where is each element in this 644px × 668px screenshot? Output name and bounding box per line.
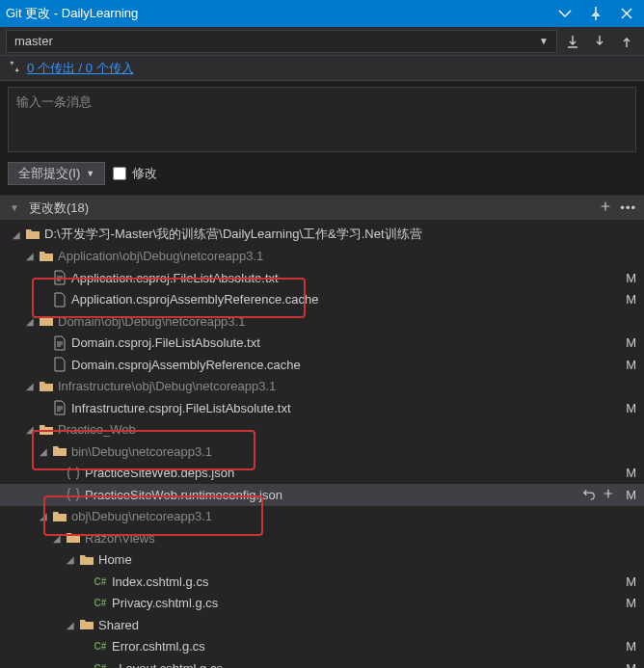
text-file-icon (52, 335, 67, 351)
file-status: M (619, 358, 636, 372)
tree-file-row[interactable]: C#Error.cshtml.g.csM (0, 636, 644, 658)
more-icon[interactable]: ••• (620, 200, 636, 215)
tree-folder-row[interactable]: ◢Shared (0, 614, 644, 636)
tree-folder-row[interactable]: ◢bin\Debug\netcoreapp3.1 (0, 441, 644, 463)
titlebar-title: Git 更改 - DailyLearning (6, 5, 138, 22)
folder-icon (79, 552, 94, 568)
tree-item-label: Home (98, 552, 619, 567)
tree-item-label: _Layout.cshtml.g.cs (112, 661, 619, 668)
amend-checkbox-wrap[interactable]: 修改 (113, 165, 157, 182)
file-status: M (619, 292, 636, 307)
tree-item-label: Infrastructure.csproj.FileListAbsolute.t… (71, 401, 619, 415)
tree-item-label: Domain.csproj.FileListAbsolute.txt (71, 335, 619, 350)
tree-expander[interactable]: ◢ (37, 510, 50, 523)
tree-expander[interactable]: ◢ (64, 553, 77, 567)
sync-icon (8, 60, 21, 76)
cs-file-icon: C# (93, 660, 108, 668)
push-icon[interactable] (615, 30, 638, 53)
tree-item-label: Practice_Web (58, 422, 619, 437)
tree-expander[interactable]: ◢ (10, 227, 23, 241)
tree-item-label: Application.csprojAssemblyReference.cach… (71, 292, 619, 307)
file-status: M (619, 271, 636, 285)
chevron-down-icon: ▼ (539, 36, 549, 46)
json-file-icon (66, 466, 81, 481)
fetch-icon[interactable] (561, 30, 584, 53)
tree-folder-row[interactable]: ◢D:\开发学习-Master\我的训练营\DailyLearning\工作&学… (0, 224, 644, 246)
close-icon[interactable] (615, 2, 638, 25)
tree-item-label: Application.csproj.FileListAbsolute.txt (71, 271, 619, 285)
file-status: M (619, 335, 636, 350)
file-status: M (619, 639, 636, 654)
folder-icon (39, 379, 54, 394)
tree-expander[interactable]: ◢ (50, 531, 64, 545)
file-status: M (619, 661, 636, 668)
tree-expander[interactable]: ◢ (37, 444, 50, 458)
folder-icon (66, 530, 81, 546)
dropdown-icon[interactable] (553, 2, 577, 25)
cs-file-icon: C# (93, 639, 108, 655)
changes-tree: ◢D:\开发学习-Master\我的训练营\DailyLearning\工作&学… (0, 220, 644, 668)
tree-item-label: Domain.csprojAssemblyReference.cache (71, 358, 619, 372)
tree-folder-row[interactable]: ◢Domain\obj\Debug\netcoreapp3.1 (0, 310, 644, 333)
commit-message-input[interactable]: 输入一条消息 (8, 87, 636, 152)
tree-item-label: Application\obj\Debug\netcoreapp3.1 (58, 249, 619, 263)
tree-expander[interactable]: ◢ (23, 380, 37, 393)
file-status: M (619, 466, 636, 480)
title-text: Git 更改 - DailyLearning (6, 5, 138, 22)
tree-expander[interactable]: ◢ (23, 423, 37, 437)
folder-icon (39, 313, 54, 329)
branch-selector[interactable]: master ▼ (6, 30, 557, 53)
commit-all-button[interactable]: 全部提交(I) ▼ (8, 162, 105, 185)
json-file-icon (66, 487, 81, 502)
changes-section-header[interactable]: ▼ 更改数(18) ••• (0, 195, 644, 220)
tree-item-label: PracticeSiteWeb.deps.json (85, 466, 619, 480)
tree-item-label: obj\Debug\netcoreapp3.1 (71, 509, 619, 523)
tree-file-row[interactable]: C#_Layout.cshtml.g.csM (0, 657, 644, 668)
tree-item-label: bin\Debug\netcoreapp3.1 (71, 444, 619, 459)
folder-icon (79, 617, 94, 632)
text-file-icon (52, 400, 67, 415)
sync-bar: 0 个传出 / 0 个传入 (0, 56, 644, 81)
titlebar: Git 更改 - DailyLearning (0, 0, 644, 27)
tree-folder-row[interactable]: ◢obj\Debug\netcoreapp3.1 (0, 506, 644, 528)
tree-file-row[interactable]: PracticeSiteWeb.runtimeconfig.jsonM (0, 484, 644, 506)
branch-bar: master ▼ (0, 27, 644, 56)
tree-file-row[interactable]: PracticeSiteWeb.deps.jsonM (0, 463, 644, 485)
tree-file-row[interactable]: Infrastructure.csproj.FileListAbsolute.t… (0, 397, 644, 419)
cs-file-icon: C# (93, 574, 108, 589)
tree-file-row[interactable]: Application.csprojAssemblyReference.cach… (0, 289, 644, 311)
tree-file-row[interactable]: Application.csproj.FileListAbsolute.txtM (0, 267, 644, 289)
text-file-icon (52, 270, 67, 285)
tree-file-row[interactable]: Domain.csprojAssemblyReference.cacheM (0, 354, 644, 376)
tree-item-label: Index.cshtml.g.cs (112, 574, 619, 589)
pull-icon[interactable] (588, 30, 611, 53)
folder-icon (52, 443, 67, 459)
folder-icon (25, 227, 40, 242)
generic-file-icon (52, 292, 67, 307)
amend-label: 修改 (132, 165, 157, 182)
tree-item-label: Domain\obj\Debug\netcoreapp3.1 (58, 314, 619, 329)
undo-icon[interactable] (582, 487, 596, 503)
tree-folder-row[interactable]: ◢Application\obj\Debug\netcoreapp3.1 (0, 246, 644, 268)
tree-folder-row[interactable]: ◢Practice_Web (0, 419, 644, 441)
stage-all-icon[interactable] (599, 200, 612, 216)
cs-file-icon: C# (93, 596, 108, 611)
amend-checkbox[interactable] (113, 167, 126, 180)
tree-folder-row[interactable]: ◢Home (0, 549, 644, 572)
stage-icon[interactable] (602, 487, 615, 503)
tree-file-row[interactable]: C#Index.cshtml.g.csM (0, 571, 644, 593)
pin-icon[interactable] (584, 2, 607, 25)
tree-expander[interactable]: ◢ (23, 250, 37, 263)
folder-icon (39, 249, 54, 264)
tree-folder-row[interactable]: ◢Razor\Views (0, 527, 644, 549)
tree-expander[interactable]: ◢ (64, 618, 77, 631)
section-expander[interactable]: ▼ (8, 201, 21, 215)
tree-file-row[interactable]: C#Privacy.cshtml.g.csM (0, 593, 644, 615)
commit-button-label: 全部提交(I) (18, 165, 80, 182)
tree-folder-row[interactable]: ◢Infrastructure\obj\Debug\netcoreapp3.1 (0, 376, 644, 398)
sync-link[interactable]: 0 个传出 / 0 个传入 (27, 60, 134, 77)
chevron-down-icon: ▼ (86, 169, 94, 178)
tree-file-row[interactable]: Domain.csproj.FileListAbsolute.txtM (0, 333, 644, 355)
commit-bar: 全部提交(I) ▼ 修改 (0, 158, 644, 189)
tree-expander[interactable]: ◢ (23, 314, 37, 328)
